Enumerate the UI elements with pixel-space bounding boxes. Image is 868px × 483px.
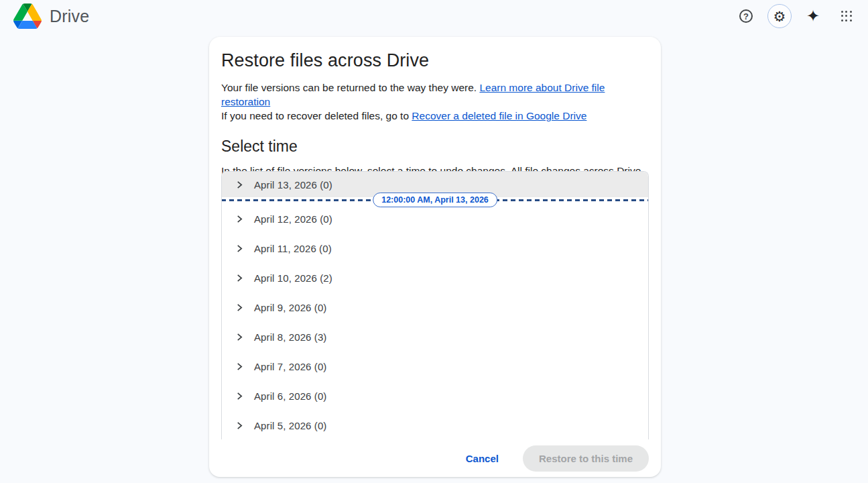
chevron-right-icon[interactable] bbox=[231, 270, 247, 286]
version-row-label: April 11, 2026 (0) bbox=[254, 243, 332, 254]
cancel-button[interactable]: Cancel bbox=[459, 447, 505, 470]
gear-icon: ⚙ bbox=[773, 9, 786, 23]
version-row-april-5[interactable]: April 5, 2026 (0) bbox=[222, 411, 648, 439]
settings-ring: ⚙ bbox=[767, 4, 792, 28]
restore-dialog-card: Restore files across Drive Your file ver… bbox=[209, 37, 661, 477]
chevron-right-icon[interactable] bbox=[231, 211, 247, 227]
version-row-april-10[interactable]: April 10, 2026 (2) bbox=[222, 263, 648, 292]
apps-grid-icon bbox=[841, 11, 852, 21]
intro-text-1: Your file versions can be returned to th… bbox=[221, 82, 479, 93]
top-bar: Drive ? ⚙ ✦ bbox=[0, 0, 868, 32]
page-title: Restore files across Drive bbox=[221, 50, 649, 71]
version-row-label: April 13, 2026 (0) bbox=[254, 179, 332, 191]
version-row-label: April 5, 2026 (0) bbox=[254, 420, 326, 431]
drive-logo-icon bbox=[13, 3, 42, 29]
version-row-label: April 12, 2026 (0) bbox=[254, 213, 332, 225]
chevron-right-icon[interactable] bbox=[231, 299, 247, 315]
version-row-april-6[interactable]: April 6, 2026 (0) bbox=[222, 381, 648, 411]
chevron-right-icon[interactable] bbox=[231, 176, 247, 193]
select-time-heading: Select time bbox=[221, 138, 649, 156]
recover-deleted-file-link[interactable]: Recover a deleted file in Google Drive bbox=[412, 110, 586, 121]
chevron-right-icon[interactable] bbox=[231, 417, 247, 433]
topbar-actions: ? ⚙ ✦ bbox=[734, 4, 859, 28]
version-row-label: April 7, 2026 (0) bbox=[254, 361, 326, 372]
chevron-right-icon[interactable] bbox=[231, 388, 247, 404]
version-row-label: April 6, 2026 (0) bbox=[254, 390, 326, 402]
help-button[interactable]: ? bbox=[734, 4, 758, 28]
file-versions-list: April 13, 2026 (0) 12:00:00 AM, April 13… bbox=[221, 171, 649, 439]
help-icon: ? bbox=[739, 9, 753, 23]
version-row-label: April 8, 2026 (3) bbox=[254, 331, 326, 343]
settings-button[interactable]: ⚙ bbox=[767, 4, 792, 28]
version-row-april-8[interactable]: April 8, 2026 (3) bbox=[222, 322, 648, 352]
chevron-right-icon[interactable] bbox=[231, 240, 247, 256]
version-row-april-9[interactable]: April 9, 2026 (0) bbox=[222, 292, 648, 322]
restore-to-this-time-button[interactable]: Restore to this time bbox=[523, 445, 649, 472]
chevron-right-icon[interactable] bbox=[231, 329, 247, 345]
version-row-april-7[interactable]: April 7, 2026 (0) bbox=[222, 352, 648, 381]
version-row-april-11[interactable]: April 11, 2026 (0) bbox=[222, 233, 648, 263]
app-title: Drive bbox=[50, 7, 89, 26]
selected-time-badge[interactable]: 12:00:00 AM, April 13, 2026 bbox=[373, 193, 497, 207]
chevron-right-icon[interactable] bbox=[231, 358, 247, 374]
google-apps-button[interactable] bbox=[834, 4, 859, 28]
version-row-label: April 9, 2026 (0) bbox=[254, 302, 326, 313]
version-row-april-12[interactable]: April 12, 2026 (0) bbox=[222, 204, 648, 233]
sparkle-icon: ✦ bbox=[806, 8, 820, 24]
dialog-footer: Cancel Restore to this time bbox=[459, 445, 649, 472]
gemini-button[interactable]: ✦ bbox=[801, 4, 825, 28]
intro-text-2: If you need to recover deleted files, go… bbox=[221, 110, 412, 121]
selected-time-divider: 12:00:00 AM, April 13, 2026 bbox=[222, 197, 648, 204]
brand: Drive bbox=[13, 3, 89, 29]
version-row-label: April 10, 2026 (2) bbox=[254, 272, 332, 284]
intro-paragraph: Your file versions can be returned to th… bbox=[221, 80, 649, 123]
